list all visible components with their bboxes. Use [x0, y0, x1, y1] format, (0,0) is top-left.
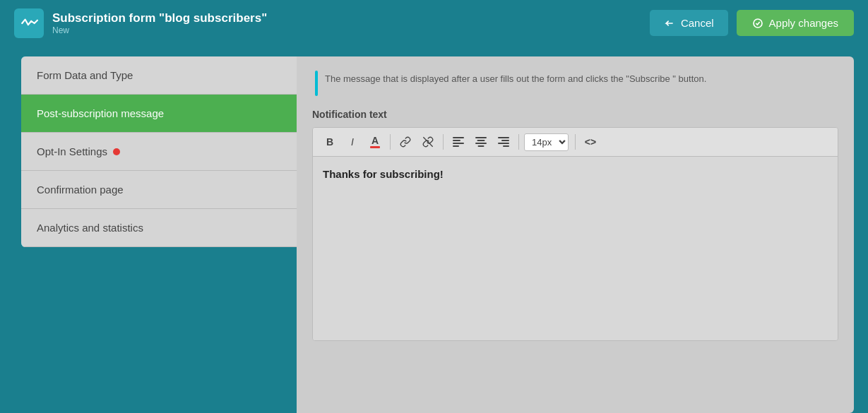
unlink-icon — [422, 136, 434, 148]
svg-rect-13 — [503, 145, 509, 147]
link-button[interactable] — [396, 132, 415, 152]
editor-body[interactable]: Thanks for subscribing! — [313, 157, 838, 340]
svg-rect-4 — [453, 143, 464, 144]
svg-rect-2 — [453, 137, 464, 138]
code-button[interactable]: <> — [581, 132, 600, 152]
underline-color-button[interactable]: A — [365, 132, 385, 152]
align-right-button[interactable] — [494, 132, 513, 152]
toolbar-separator-1 — [390, 134, 391, 150]
svg-rect-10 — [498, 137, 509, 138]
underline-a-bar — [370, 146, 380, 148]
app-logo — [14, 8, 44, 38]
apply-icon — [752, 18, 763, 29]
cancel-icon — [664, 18, 675, 29]
apply-changes-button[interactable]: Apply changes — [737, 10, 854, 36]
font-size-select[interactable]: 14px 10px 12px 16px 18px 20px 24px — [524, 133, 569, 151]
sidebar-item-opt-in[interactable]: Opt-In Settings — [21, 133, 297, 171]
bold-button[interactable]: B — [320, 132, 340, 152]
align-left-icon — [453, 137, 464, 147]
sidebar-item-post-subscription[interactable]: Post-subscription message — [21, 95, 297, 133]
header: Subscription form "blog subscribers" New… — [0, 0, 868, 46]
svg-rect-12 — [498, 143, 509, 144]
unlink-button[interactable] — [418, 132, 438, 152]
align-left-button[interactable] — [448, 132, 468, 152]
page-subtitle: New — [52, 25, 267, 35]
header-title-group: Subscription form "blog subscribers" New — [52, 11, 267, 35]
align-center-icon — [475, 137, 487, 147]
svg-rect-8 — [475, 143, 487, 144]
svg-rect-7 — [477, 140, 485, 141]
svg-rect-9 — [478, 145, 484, 147]
notification-text-label: Notification text — [312, 109, 838, 120]
underline-a-letter: A — [371, 136, 379, 145]
editor-toolbar: B I A — [313, 128, 838, 157]
info-bar: The message that is displayed after a us… — [312, 71, 838, 96]
italic-button[interactable]: I — [343, 132, 362, 152]
link-icon — [400, 136, 411, 148]
align-center-button[interactable] — [471, 132, 491, 152]
logo-icon — [20, 14, 38, 32]
svg-rect-11 — [501, 140, 509, 141]
cancel-button[interactable]: Cancel — [650, 10, 728, 36]
toolbar-separator-3 — [518, 134, 519, 150]
right-panel: The message that is displayed after a us… — [297, 56, 854, 413]
svg-rect-5 — [453, 145, 459, 147]
info-bar-text: The message that is displayed after a us… — [325, 71, 706, 86]
header-buttons: Cancel Apply changes — [650, 10, 854, 36]
editor-content: Thanks for subscribing! — [323, 168, 444, 180]
align-right-icon — [498, 137, 509, 147]
sidebar-item-confirmation[interactable]: Confirmation page — [21, 171, 297, 209]
main-content: Form Data and Type Post-subscription mes… — [0, 46, 868, 413]
info-bar-accent — [315, 71, 318, 96]
svg-rect-6 — [475, 137, 487, 138]
page-title: Subscription form "blog subscribers" — [52, 11, 267, 25]
sidebar-item-analytics[interactable]: Analytics and statistics — [21, 209, 297, 247]
sidebar: Form Data and Type Post-subscription mes… — [21, 56, 297, 247]
header-left: Subscription form "blog subscribers" New — [14, 8, 267, 38]
toolbar-separator-4 — [575, 134, 576, 150]
toolbar-separator-2 — [443, 134, 444, 150]
sidebar-item-form-data[interactable]: Form Data and Type — [21, 56, 297, 95]
opt-in-error-dot — [113, 148, 120, 155]
svg-rect-3 — [453, 140, 460, 141]
editor-container: B I A — [312, 127, 838, 341]
